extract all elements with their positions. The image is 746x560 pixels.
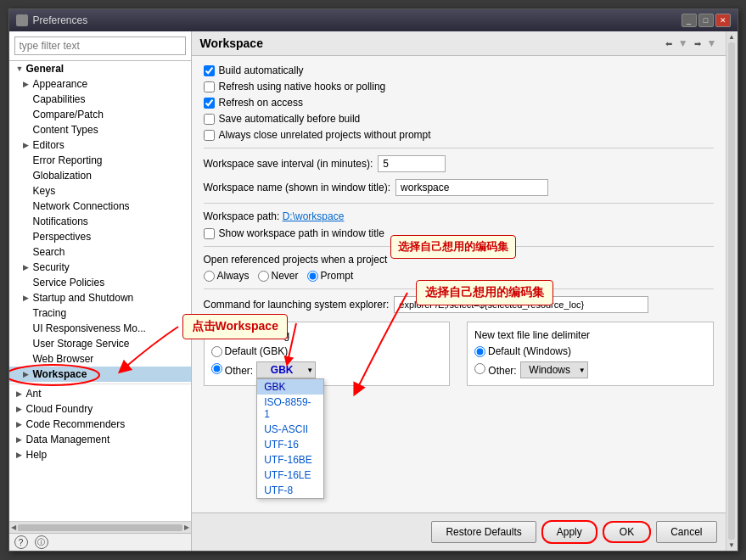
delimiter-selected: Windows xyxy=(529,364,570,376)
close-button[interactable]: ✕ xyxy=(715,14,731,27)
tree-item-ant[interactable]: ▶ Ant xyxy=(9,386,191,401)
left-bottom-scroll[interactable]: ◀ ▶ xyxy=(9,521,191,533)
tree-label-keys: Keys xyxy=(33,185,56,197)
info-icon[interactable]: ⓘ xyxy=(35,535,48,549)
right-scrollbar[interactable]: ▲ ▼ xyxy=(726,31,738,551)
tree-item-tracing[interactable]: Tracing xyxy=(9,305,191,321)
tree-label-tracing: Tracing xyxy=(33,307,67,319)
two-col-section: Text file encoding Default (GBK) Other: xyxy=(204,322,714,386)
nav-forward-button[interactable]: ➡ xyxy=(692,38,704,49)
checkbox-buildauto-input[interactable] xyxy=(204,65,215,76)
command-input[interactable] xyxy=(394,296,648,313)
cancel-button[interactable]: Cancel xyxy=(656,521,716,543)
tree-item-webbrowser[interactable]: Web Browser xyxy=(9,351,191,367)
tree-item-perspectives[interactable]: Perspectives xyxy=(9,229,191,244)
encoding-option-utf16be[interactable]: UTF-16BE xyxy=(257,452,323,468)
tree-label-search: Search xyxy=(33,246,65,258)
checkbox-alwaysclose-label: Always close unrelated projects without … xyxy=(219,129,431,141)
tree-label-perspectives: Perspectives xyxy=(33,231,92,243)
tree-label-workspace: Workspace xyxy=(33,368,87,380)
tree-label-networkconnections: Network Connections xyxy=(33,200,130,212)
delimiter-default-radio: Default (Windows) xyxy=(474,345,706,357)
encoding-option-utf16[interactable]: UTF-16 xyxy=(257,437,323,452)
checkbox-alwaysclose: Always close unrelated projects without … xyxy=(204,129,714,141)
tree-item-datamanagement[interactable]: ▶ Data Management xyxy=(9,432,191,447)
tree-item-editors[interactable]: ▶ Editors xyxy=(9,137,191,153)
delimiter-section: New text file line delimiter Default (Wi… xyxy=(467,322,714,386)
encoding-option-utf8[interactable]: UTF-8 xyxy=(257,483,323,498)
tree-item-notifications[interactable]: Notifications xyxy=(9,214,191,229)
encoding-dropdown-wrapper: GBK ▼ GBK ISO-8859-1 US-ASCII xyxy=(256,361,316,378)
radio-always: Always xyxy=(204,270,250,282)
tree-label-startupshutdown: Startup and Shutdown xyxy=(33,292,134,304)
encoding-option-gbk[interactable]: GBK xyxy=(257,379,323,395)
title-bar-buttons: _ □ ✕ xyxy=(681,14,731,27)
checkbox-buildauto: Build automatically xyxy=(204,64,714,76)
nav-separator2: ▼ xyxy=(707,37,717,49)
checkbox-refreshnative-input[interactable] xyxy=(204,81,215,92)
encoding-option-ascii[interactable]: US-ASCII xyxy=(257,422,323,437)
scroll-left-arrow[interactable]: ◀ xyxy=(9,524,18,531)
radio-other-delimiter-input[interactable] xyxy=(474,363,485,374)
help-icon[interactable]: ? xyxy=(14,535,28,549)
tree-item-general[interactable]: ▼ General xyxy=(9,61,191,76)
radio-other-input[interactable] xyxy=(211,363,222,374)
workspace-name-input[interactable] xyxy=(395,179,548,196)
radio-other-encoding: Other: xyxy=(211,363,254,377)
tree-item-appearance[interactable]: ▶ Appearance xyxy=(9,76,191,92)
ok-button[interactable]: OK xyxy=(603,521,651,543)
checkbox-refreshaccess-input[interactable] xyxy=(204,98,215,109)
tree-item-help[interactable]: ▶ Help xyxy=(9,447,191,462)
workspace-path-link[interactable]: D:\workspace xyxy=(283,210,345,222)
scroll-right-arrow[interactable]: ▶ xyxy=(182,524,191,531)
encoding-option-utf16le[interactable]: UTF-16LE xyxy=(257,468,323,483)
radio-prompt-input[interactable] xyxy=(307,271,318,282)
tree-label-servicepolicies: Service Policies xyxy=(33,277,105,288)
radio-never-input[interactable] xyxy=(258,271,269,282)
title-bar-left: Preferences xyxy=(16,14,88,26)
apply-button[interactable]: Apply xyxy=(541,520,597,544)
tree-item-globalization[interactable]: Globalization xyxy=(9,168,191,183)
minimize-button[interactable]: _ xyxy=(681,14,697,27)
checkbox-showpath-input[interactable] xyxy=(204,228,215,239)
checkbox-saveauto-input[interactable] xyxy=(204,114,215,125)
tree-item-contenttypes[interactable]: Content Types xyxy=(9,122,191,137)
encoding-option-iso[interactable]: ISO-8859-1 xyxy=(257,395,323,422)
tree-item-keys[interactable]: Keys xyxy=(9,183,191,199)
encoding-dropdown[interactable]: GBK ▼ xyxy=(256,361,316,378)
tree-item-servicepolicies[interactable]: Service Policies xyxy=(9,275,191,290)
workspace-path-row: Workspace path: D:\workspace xyxy=(204,210,714,222)
tree-item-networkconnections[interactable]: Network Connections xyxy=(9,199,191,214)
workspace-name-label: Workspace name (shown in window title): xyxy=(204,182,391,193)
tree-item-workspace[interactable]: ▶ Workspace xyxy=(9,367,191,382)
tree-item-capabilities[interactable]: Capabilities xyxy=(9,92,191,107)
save-interval-input[interactable] xyxy=(378,155,446,172)
tree-label-general: General xyxy=(26,63,65,75)
tree-item-coderecommenders[interactable]: ▶ Code Recommenders xyxy=(9,417,191,432)
tree-item-userstorage[interactable]: User Storage Service xyxy=(9,336,191,351)
radio-prompt: Prompt xyxy=(307,270,354,282)
tree-item-search[interactable]: Search xyxy=(9,244,191,260)
tree-item-startupshutdown[interactable]: ▶ Startup and Shutdown xyxy=(9,290,191,305)
nav-back-button[interactable]: ⬅ xyxy=(663,38,675,49)
radio-default-gbk-input[interactable] xyxy=(211,346,222,357)
tree-item-errorreporting[interactable]: Error Reporting xyxy=(9,153,191,168)
filter-input[interactable] xyxy=(14,36,186,55)
tree-item-security[interactable]: ▶ Security xyxy=(9,260,191,275)
encoding-title: Text file encoding xyxy=(211,329,443,341)
scroll-up-arrow[interactable]: ▲ xyxy=(728,33,735,41)
tree-label-help: Help xyxy=(26,449,48,461)
workspace-name-row: Workspace name (shown in window title): xyxy=(204,179,714,196)
radio-default-windows-input[interactable] xyxy=(474,346,485,357)
arrow-help: ▶ xyxy=(16,451,25,459)
checkbox-alwaysclose-input[interactable] xyxy=(204,130,215,141)
scroll-down-arrow[interactable]: ▼ xyxy=(728,541,735,549)
delimiter-dropdown[interactable]: Windows ▼ xyxy=(520,361,588,378)
tree-item-comparepatch[interactable]: Compare/Patch xyxy=(9,107,191,122)
tree-item-cloudfoundry[interactable]: ▶ Cloud Foundry xyxy=(9,401,191,417)
restore-defaults-button[interactable]: Restore Defaults xyxy=(431,521,536,543)
checkbox-saveauto: Save automatically before build xyxy=(204,113,714,125)
maximize-button[interactable]: □ xyxy=(698,14,714,27)
radio-always-input[interactable] xyxy=(204,271,215,282)
tree-item-uiresponsiveness[interactable]: UI Responsiveness Mo... xyxy=(9,321,191,336)
